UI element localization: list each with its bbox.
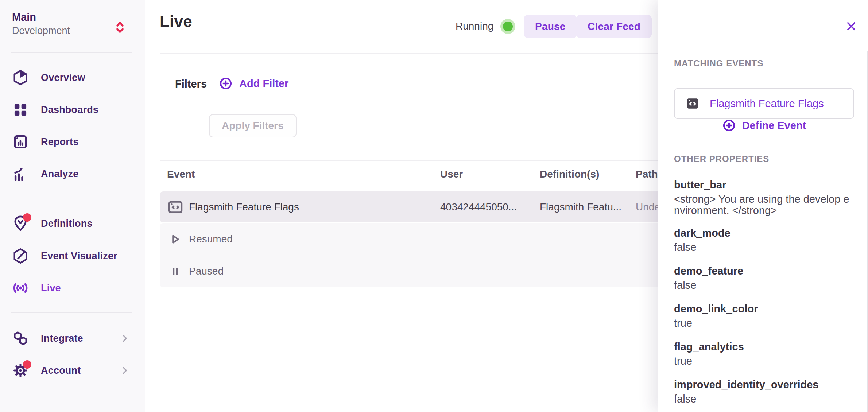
property-key: demo_link_color xyxy=(674,303,860,315)
property-row: flag_analytics true xyxy=(674,341,860,367)
feed-state-label: Resumed xyxy=(189,233,233,245)
notification-badge xyxy=(23,213,31,222)
event-name-cell: Flagsmith Feature Flags xyxy=(189,191,299,222)
analyze-icon xyxy=(12,166,29,182)
plus-circle-icon xyxy=(722,118,736,132)
property-value: false xyxy=(674,242,860,253)
other-properties-heading: OTHER PROPERTIES xyxy=(674,154,769,164)
sidebar-item-reports[interactable]: Reports xyxy=(12,126,140,158)
overview-icon xyxy=(12,69,29,86)
property-row: dark_mode false xyxy=(674,227,860,253)
property-key: dark_mode xyxy=(674,227,860,239)
property-key: butter_bar xyxy=(674,179,860,191)
pause-button-label: Pause xyxy=(535,21,566,32)
sidebar-item-label: Integrate xyxy=(41,333,83,344)
sidebar-item-analyze[interactable]: Analyze xyxy=(12,158,140,190)
definitions-icon xyxy=(12,215,29,232)
add-filter-button[interactable]: Add Filter xyxy=(219,75,288,92)
dashboards-icon xyxy=(12,101,29,118)
definitions-cell: Flagsmith Featu... xyxy=(540,191,621,222)
add-filter-label: Add Filter xyxy=(239,78,288,90)
code-window-icon xyxy=(685,96,700,111)
sidebar-item-overview[interactable]: Overview xyxy=(12,62,140,94)
sidebar: Main Development Overview Dashboards xyxy=(0,0,146,412)
sidebar-item-definitions[interactable]: Definitions xyxy=(12,207,140,240)
integrate-icon xyxy=(12,330,29,347)
sidebar-divider xyxy=(11,198,132,198)
event-visualizer-icon xyxy=(12,248,29,264)
apply-filters-button[interactable]: Apply Filters xyxy=(209,114,297,137)
sidebar-item-integrate[interactable]: Integrate xyxy=(12,322,140,354)
property-key: demo_feature xyxy=(674,265,860,277)
column-header-path: Path xyxy=(636,168,658,180)
filters-label: Filters xyxy=(175,78,207,90)
property-row: improved_identity_overrides false xyxy=(674,378,860,405)
clear-feed-button[interactable]: Clear Feed xyxy=(576,15,652,38)
sidebar-divider xyxy=(11,312,132,313)
define-event-label: Define Event xyxy=(742,120,806,132)
play-icon xyxy=(168,232,182,246)
sidebar-item-live[interactable]: Live xyxy=(12,272,140,304)
code-window-icon xyxy=(167,191,184,222)
define-event-button[interactable]: Define Event xyxy=(674,117,854,134)
reports-icon xyxy=(12,133,29,150)
property-key: improved_identity_overrides xyxy=(674,378,860,391)
column-header-user: User xyxy=(440,168,463,180)
chevron-right-icon xyxy=(119,365,130,376)
property-row: demo_feature false xyxy=(674,265,860,291)
property-key: flag_analytics xyxy=(674,341,860,353)
property-value: <strong> You are using the develop e nvi… xyxy=(674,194,860,216)
column-header-definitions: Definition(s) xyxy=(540,168,599,180)
clear-feed-button-label: Clear Feed xyxy=(588,21,640,32)
column-header-event: Event xyxy=(167,168,195,180)
pause-button[interactable]: Pause xyxy=(524,15,577,38)
property-value: true xyxy=(674,318,860,329)
sidebar-item-label: Definitions xyxy=(41,218,93,229)
chevron-right-icon xyxy=(119,333,130,344)
property-row: demo_link_color true xyxy=(674,303,860,329)
page-title: Live xyxy=(160,12,192,31)
panel-scrollbar[interactable] xyxy=(867,51,868,412)
chevron-up-down-icon xyxy=(113,20,127,35)
sidebar-item-label: Account xyxy=(41,365,81,376)
plus-circle-icon xyxy=(219,77,233,90)
sidebar-item-label: Overview xyxy=(41,72,85,83)
apply-filters-label: Apply Filters xyxy=(222,120,284,132)
matching-events-heading: MATCHING EVENTS xyxy=(674,58,763,69)
workspace-switcher[interactable]: Main Development xyxy=(12,10,137,47)
user-cell: 403424445050... xyxy=(440,191,517,222)
event-detail-panel: MATCHING EVENTS Flagsmith Feature Flags … xyxy=(658,0,868,412)
notification-badge xyxy=(23,360,31,369)
feed-state-label: Paused xyxy=(189,265,224,277)
live-broadcast-icon xyxy=(12,280,29,296)
status-running-dot xyxy=(503,22,513,31)
account-gear-icon xyxy=(12,362,29,379)
property-row: butter_bar <strong> You are using the de… xyxy=(674,179,860,216)
sidebar-item-dashboards[interactable]: Dashboards xyxy=(12,94,140,126)
sidebar-item-event-visualizer[interactable]: Event Visualizer xyxy=(12,240,140,272)
feed-status: Running xyxy=(456,15,513,38)
property-value: true xyxy=(674,355,860,367)
pause-icon xyxy=(168,264,182,279)
matching-event-name: Flagsmith Feature Flags xyxy=(710,98,824,110)
close-button[interactable] xyxy=(842,17,861,36)
sidebar-item-label: Event Visualizer xyxy=(41,250,117,262)
sidebar-divider xyxy=(11,52,132,53)
close-icon xyxy=(846,21,857,32)
sidebar-item-label: Analyze xyxy=(41,168,78,180)
matching-event-card[interactable]: Flagsmith Feature Flags xyxy=(674,88,854,119)
sidebar-item-label: Reports xyxy=(41,136,78,148)
property-value: false xyxy=(674,393,860,405)
property-value: false xyxy=(674,280,860,291)
sidebar-item-label: Live xyxy=(41,283,61,294)
status-label: Running xyxy=(456,20,493,32)
sidebar-item-account[interactable]: Account xyxy=(12,354,140,386)
sidebar-item-label: Dashboards xyxy=(41,104,98,116)
